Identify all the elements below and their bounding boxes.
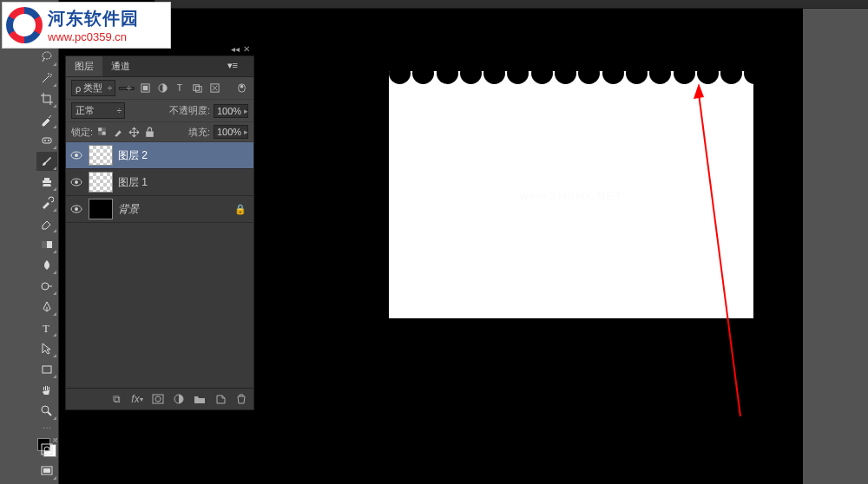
fill-field[interactable]: 100%: [214, 125, 248, 139]
svg-rect-28: [102, 128, 105, 131]
svg-point-12: [42, 406, 49, 413]
hand-tool[interactable]: [36, 381, 57, 400]
layer-list: 图层 2 图层 1 背景 🔒: [66, 142, 253, 388]
clone-stamp-tool[interactable]: [36, 173, 57, 192]
svg-rect-11: [43, 366, 51, 373]
history-brush-tool[interactable]: [36, 193, 57, 213]
layer-mask-icon[interactable]: [151, 392, 165, 406]
svg-text:T: T: [177, 83, 182, 93]
eyedropper-tool[interactable]: [36, 110, 57, 129]
screen-mode-icon[interactable]: [36, 461, 57, 481]
healing-brush-tool[interactable]: [36, 131, 57, 150]
zoom-tool[interactable]: [36, 402, 57, 421]
layer-row[interactable]: 背景 🔒: [66, 196, 253, 223]
lock-image-icon[interactable]: [112, 126, 125, 139]
svg-rect-29: [98, 131, 102, 134]
panel-menu-icon[interactable]: ▾≡: [227, 60, 238, 71]
svg-text:T: T: [43, 322, 49, 335]
path-selection-tool[interactable]: [36, 339, 57, 358]
pen-tool[interactable]: [36, 298, 57, 317]
dodge-tool[interactable]: [36, 277, 57, 296]
wand-tool[interactable]: [36, 69, 57, 88]
layer-thumbnail[interactable]: [89, 145, 113, 166]
document-tab-bar[interactable]: [155, 0, 868, 9]
watermark-title: 河东软件园: [48, 7, 139, 30]
svg-point-14: [44, 447, 49, 452]
link-layers-icon[interactable]: ⧉: [109, 392, 123, 406]
lasso-tool[interactable]: [36, 48, 57, 67]
visibility-icon[interactable]: [69, 204, 83, 214]
svg-rect-30: [146, 131, 154, 136]
svg-point-34: [75, 180, 78, 184]
layers-panel: ◂◂✕ 图层 通道 ▾≡ ρ类型 T 正常 不透明度: 100% 锁定: 填充:…: [65, 56, 254, 410]
filter-adjustment-icon[interactable]: [155, 82, 169, 95]
svg-rect-4: [43, 138, 51, 143]
lock-transparency-icon[interactable]: [96, 126, 109, 139]
lock-position-icon[interactable]: [128, 126, 141, 139]
rectangle-tool[interactable]: [36, 360, 57, 379]
quick-mask-icon[interactable]: [36, 440, 57, 459]
adjustment-layer-icon[interactable]: [172, 392, 186, 406]
layer-row[interactable]: 图层 2: [66, 142, 253, 169]
watermark-url: www.pc0359.cn: [48, 30, 139, 43]
visibility-icon[interactable]: [69, 150, 83, 160]
tab-channels[interactable]: 通道: [102, 56, 139, 76]
panel-collapse-icons[interactable]: ◂◂✕: [231, 44, 250, 54]
svg-rect-16: [43, 468, 50, 473]
layers-panel-footer: ⧉ fx▾: [66, 388, 253, 409]
lock-label: 锁定:: [71, 126, 93, 139]
layer-row[interactable]: 图层 1: [66, 169, 253, 196]
lock-icon: 🔒: [234, 204, 247, 215]
svg-rect-8: [42, 241, 47, 248]
layer-name[interactable]: 图层 2: [118, 148, 250, 163]
new-layer-icon[interactable]: [214, 392, 227, 406]
gradient-tool[interactable]: [36, 235, 57, 254]
type-tool[interactable]: T: [36, 318, 57, 337]
scallop-border: [389, 62, 753, 80]
brush-tool[interactable]: [36, 152, 57, 171]
svg-point-9: [42, 283, 49, 290]
blur-tool[interactable]: [36, 256, 57, 275]
layer-thumbnail[interactable]: [89, 172, 113, 193]
svg-point-25: [240, 85, 243, 88]
svg-point-36: [75, 207, 78, 211]
svg-point-3: [43, 52, 51, 59]
filter-toggle-icon[interactable]: [234, 82, 248, 95]
layer-thumbnail[interactable]: [89, 199, 113, 219]
svg-point-38: [155, 396, 161, 402]
layer-filter-type-dropdown[interactable]: [119, 87, 135, 90]
tab-layers[interactable]: 图层: [66, 56, 102, 76]
svg-rect-18: [142, 86, 148, 91]
layer-list-empty-area[interactable]: [66, 223, 253, 388]
filter-type-icon[interactable]: T: [173, 82, 187, 95]
filter-smartobject-icon[interactable]: [207, 82, 221, 95]
lock-all-icon[interactable]: [143, 126, 156, 139]
fill-label: 填充:: [188, 126, 210, 139]
canvas-watermark-text: www.ZHSHX.NET: [520, 188, 622, 201]
panel-tabs: 图层 通道 ▾≡: [66, 56, 253, 77]
svg-rect-21: [194, 85, 200, 91]
svg-point-32: [75, 154, 78, 157]
svg-rect-27: [102, 131, 105, 134]
svg-rect-13: [42, 444, 52, 455]
blend-mode-select[interactable]: 正常: [71, 102, 125, 119]
layer-name[interactable]: 背景: [118, 202, 229, 217]
layer-name[interactable]: 图层 1: [118, 175, 250, 190]
filter-shape-icon[interactable]: [190, 82, 204, 95]
visibility-icon[interactable]: [69, 177, 83, 187]
svg-point-5: [44, 140, 46, 141]
delete-layer-icon[interactable]: [234, 392, 248, 406]
filter-pixel-icon[interactable]: [138, 82, 152, 95]
crop-tool[interactable]: [36, 89, 57, 108]
layer-filter-kind[interactable]: ρ类型: [71, 80, 115, 96]
canvas-document[interactable]: www.ZHSHX.NET: [389, 71, 753, 318]
layer-style-icon[interactable]: fx▾: [130, 392, 144, 406]
svg-point-6: [48, 140, 49, 141]
eraser-tool[interactable]: [36, 214, 57, 233]
opacity-field[interactable]: 100%: [214, 104, 248, 118]
group-icon[interactable]: [193, 392, 207, 406]
right-gutter: [803, 0, 868, 484]
svg-rect-22: [195, 87, 201, 93]
opacity-label: 不透明度:: [169, 104, 210, 117]
watermark-logo-icon: [6, 7, 43, 43]
